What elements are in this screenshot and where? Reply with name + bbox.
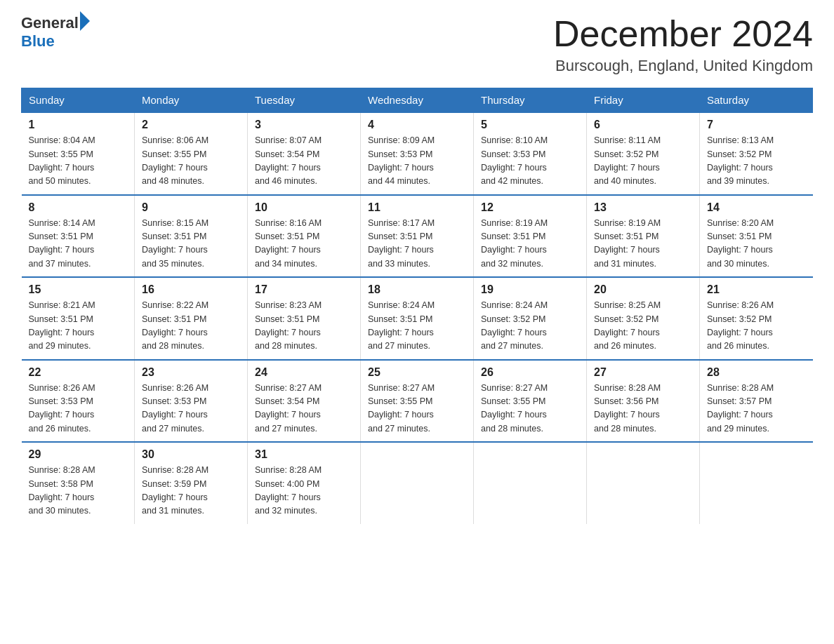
day-cell: 1 Sunrise: 8:04 AM Sunset: 3:55 PM Dayli…	[22, 112, 135, 195]
day-info: Sunrise: 8:27 AM Sunset: 3:54 PM Dayligh…	[255, 382, 353, 436]
day-number: 27	[594, 366, 692, 379]
day-cell: 7 Sunrise: 8:13 AM Sunset: 3:52 PM Dayli…	[700, 112, 813, 195]
day-number: 8	[29, 201, 128, 214]
day-cell: 20 Sunrise: 8:25 AM Sunset: 3:52 PM Dayl…	[587, 277, 700, 360]
day-info: Sunrise: 8:19 AM Sunset: 3:51 PM Dayligh…	[481, 217, 579, 271]
week-row-4: 22 Sunrise: 8:26 AM Sunset: 3:53 PM Dayl…	[22, 360, 813, 443]
day-cell: 3 Sunrise: 8:07 AM Sunset: 3:54 PM Dayli…	[248, 112, 361, 195]
day-info: Sunrise: 8:13 AM Sunset: 3:52 PM Dayligh…	[707, 134, 806, 189]
day-info: Sunrise: 8:25 AM Sunset: 3:52 PM Dayligh…	[594, 299, 692, 354]
day-cell	[474, 442, 587, 524]
day-cell: 19 Sunrise: 8:24 AM Sunset: 3:52 PM Dayl…	[474, 277, 587, 360]
day-number: 7	[707, 119, 806, 131]
day-info: Sunrise: 8:16 AM Sunset: 3:51 PM Dayligh…	[255, 217, 353, 271]
day-cell: 24 Sunrise: 8:27 AM Sunset: 3:54 PM Dayl…	[248, 360, 361, 443]
day-cell: 31 Sunrise: 8:28 AM Sunset: 4:00 PM Dayl…	[248, 442, 361, 524]
day-info: Sunrise: 8:21 AM Sunset: 3:51 PM Dayligh…	[29, 299, 128, 354]
day-cell: 11 Sunrise: 8:17 AM Sunset: 3:51 PM Dayl…	[361, 195, 474, 278]
day-cell: 28 Sunrise: 8:28 AM Sunset: 3:57 PM Dayl…	[700, 360, 813, 443]
day-info: Sunrise: 8:15 AM Sunset: 3:51 PM Dayligh…	[142, 217, 240, 271]
day-cell: 14 Sunrise: 8:20 AM Sunset: 3:51 PM Dayl…	[700, 195, 813, 278]
day-number: 11	[368, 201, 466, 214]
day-cell: 18 Sunrise: 8:24 AM Sunset: 3:51 PM Dayl…	[361, 277, 474, 360]
day-cell: 25 Sunrise: 8:27 AM Sunset: 3:55 PM Dayl…	[361, 360, 474, 443]
calendar-body: 1 Sunrise: 8:04 AM Sunset: 3:55 PM Dayli…	[22, 112, 813, 524]
day-number: 17	[255, 283, 353, 296]
day-info: Sunrise: 8:26 AM Sunset: 3:53 PM Dayligh…	[142, 382, 240, 436]
day-cell	[587, 442, 700, 524]
day-number: 23	[142, 366, 240, 379]
day-info: Sunrise: 8:07 AM Sunset: 3:54 PM Dayligh…	[255, 134, 353, 189]
day-number: 12	[481, 201, 579, 214]
day-number: 29	[29, 448, 128, 461]
day-number: 28	[707, 366, 806, 379]
col-friday: Friday	[587, 88, 700, 113]
day-number: 26	[481, 366, 579, 379]
day-cell: 27 Sunrise: 8:28 AM Sunset: 3:56 PM Dayl…	[587, 360, 700, 443]
day-cell: 30 Sunrise: 8:28 AM Sunset: 3:59 PM Dayl…	[135, 442, 248, 524]
day-number: 21	[707, 283, 806, 296]
day-cell: 8 Sunrise: 8:14 AM Sunset: 3:51 PM Dayli…	[22, 195, 135, 278]
day-number: 24	[255, 366, 353, 379]
day-number: 30	[142, 448, 240, 461]
day-info: Sunrise: 8:24 AM Sunset: 3:51 PM Dayligh…	[368, 299, 466, 354]
day-cell: 15 Sunrise: 8:21 AM Sunset: 3:51 PM Dayl…	[22, 277, 135, 360]
day-cell: 26 Sunrise: 8:27 AM Sunset: 3:55 PM Dayl…	[474, 360, 587, 443]
day-cell	[700, 442, 813, 524]
day-info: Sunrise: 8:17 AM Sunset: 3:51 PM Dayligh…	[368, 217, 466, 271]
col-tuesday: Tuesday	[248, 88, 361, 113]
week-row-1: 1 Sunrise: 8:04 AM Sunset: 3:55 PM Dayli…	[22, 112, 813, 195]
calendar-table: Sunday Monday Tuesday Wednesday Thursday…	[21, 88, 813, 524]
day-info: Sunrise: 8:14 AM Sunset: 3:51 PM Dayligh…	[29, 217, 128, 271]
day-info: Sunrise: 8:19 AM Sunset: 3:51 PM Dayligh…	[594, 217, 692, 271]
logo: General Blue	[21, 14, 90, 51]
day-number: 20	[594, 283, 692, 296]
calendar-header: Sunday Monday Tuesday Wednesday Thursday…	[22, 88, 813, 113]
page-header: General Blue December 2024 Burscough, En…	[21, 14, 813, 75]
logo-triangle-icon	[80, 11, 90, 31]
day-cell: 17 Sunrise: 8:23 AM Sunset: 3:51 PM Dayl…	[248, 277, 361, 360]
day-cell: 10 Sunrise: 8:16 AM Sunset: 3:51 PM Dayl…	[248, 195, 361, 278]
day-info: Sunrise: 8:28 AM Sunset: 3:57 PM Dayligh…	[707, 382, 806, 436]
day-number: 15	[29, 283, 128, 296]
week-row-2: 8 Sunrise: 8:14 AM Sunset: 3:51 PM Dayli…	[22, 195, 813, 278]
day-cell: 9 Sunrise: 8:15 AM Sunset: 3:51 PM Dayli…	[135, 195, 248, 278]
day-cell: 21 Sunrise: 8:26 AM Sunset: 3:52 PM Dayl…	[700, 277, 813, 360]
day-cell: 13 Sunrise: 8:19 AM Sunset: 3:51 PM Dayl…	[587, 195, 700, 278]
day-info: Sunrise: 8:11 AM Sunset: 3:52 PM Dayligh…	[594, 134, 692, 189]
day-info: Sunrise: 8:22 AM Sunset: 3:51 PM Dayligh…	[142, 299, 240, 354]
day-number: 10	[255, 201, 353, 214]
day-cell: 23 Sunrise: 8:26 AM Sunset: 3:53 PM Dayl…	[135, 360, 248, 443]
day-number: 3	[255, 119, 353, 131]
logo-general: General	[21, 14, 79, 32]
header-row: Sunday Monday Tuesday Wednesday Thursday…	[22, 88, 813, 113]
day-info: Sunrise: 8:28 AM Sunset: 3:56 PM Dayligh…	[594, 382, 692, 436]
col-saturday: Saturday	[700, 88, 813, 113]
day-info: Sunrise: 8:10 AM Sunset: 3:53 PM Dayligh…	[481, 134, 579, 189]
day-number: 31	[255, 448, 353, 461]
col-thursday: Thursday	[474, 88, 587, 113]
day-info: Sunrise: 8:24 AM Sunset: 3:52 PM Dayligh…	[481, 299, 579, 354]
day-number: 16	[142, 283, 240, 296]
day-info: Sunrise: 8:27 AM Sunset: 3:55 PM Dayligh…	[368, 382, 466, 436]
day-number: 1	[29, 119, 128, 131]
day-info: Sunrise: 8:04 AM Sunset: 3:55 PM Dayligh…	[29, 134, 128, 189]
day-number: 13	[594, 201, 692, 214]
day-info: Sunrise: 8:06 AM Sunset: 3:55 PM Dayligh…	[142, 134, 240, 189]
day-cell: 5 Sunrise: 8:10 AM Sunset: 3:53 PM Dayli…	[474, 112, 587, 195]
week-row-5: 29 Sunrise: 8:28 AM Sunset: 3:58 PM Dayl…	[22, 442, 813, 524]
day-cell: 6 Sunrise: 8:11 AM Sunset: 3:52 PM Dayli…	[587, 112, 700, 195]
location-title: Burscough, England, United Kingdom	[553, 57, 813, 75]
day-number: 19	[481, 283, 579, 296]
day-number: 4	[368, 119, 466, 131]
day-info: Sunrise: 8:28 AM Sunset: 4:00 PM Dayligh…	[255, 464, 353, 518]
title-area: December 2024 Burscough, England, United…	[553, 14, 813, 75]
day-number: 18	[368, 283, 466, 296]
day-number: 6	[594, 119, 692, 131]
day-info: Sunrise: 8:27 AM Sunset: 3:55 PM Dayligh…	[481, 382, 579, 436]
day-info: Sunrise: 8:28 AM Sunset: 3:59 PM Dayligh…	[142, 464, 240, 518]
logo-blue-text: Blue	[21, 32, 90, 51]
day-number: 9	[142, 201, 240, 214]
col-wednesday: Wednesday	[361, 88, 474, 113]
day-cell: 12 Sunrise: 8:19 AM Sunset: 3:51 PM Dayl…	[474, 195, 587, 278]
